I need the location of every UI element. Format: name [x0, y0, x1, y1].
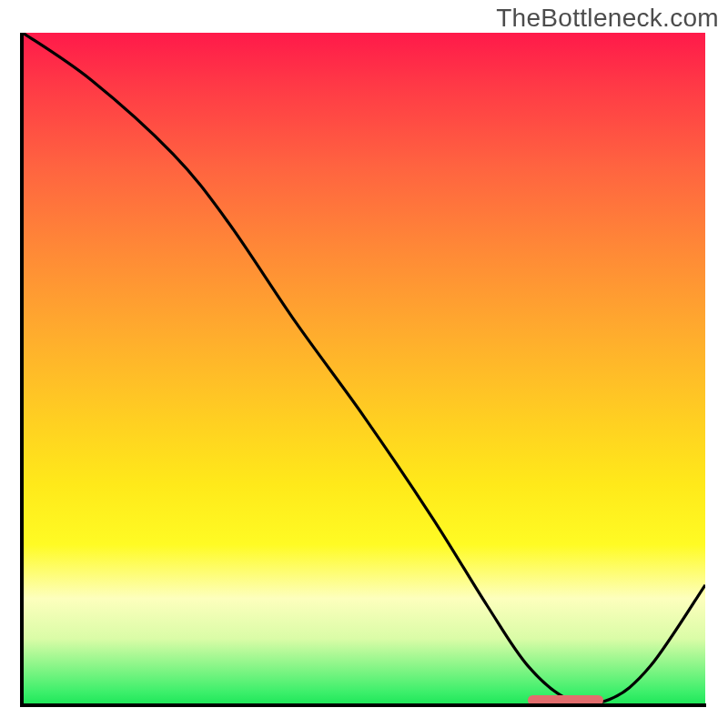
bottleneck-curve [23, 33, 705, 706]
plot-area [23, 33, 705, 706]
watermark-text: TheBottleneck.com [496, 4, 719, 33]
x-axis-line [20, 703, 706, 707]
chart-container: TheBottleneck.com [0, 0, 728, 728]
curve-path [23, 33, 705, 703]
y-axis-line [20, 33, 24, 706]
